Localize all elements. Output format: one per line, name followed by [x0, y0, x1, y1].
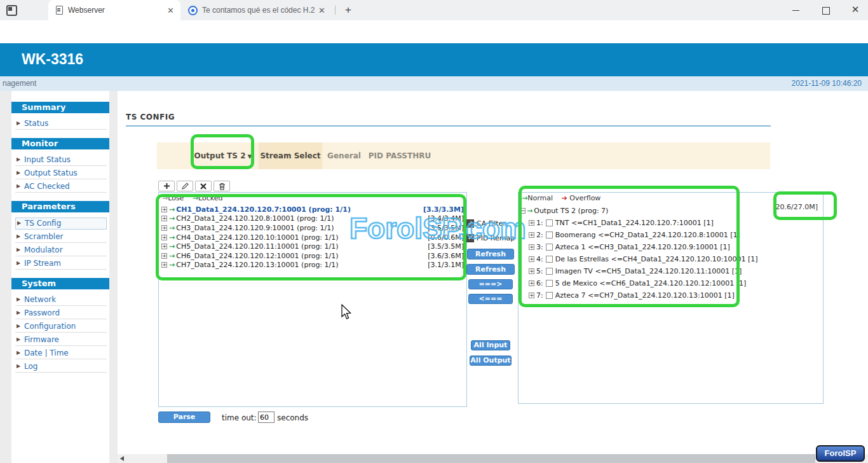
program-checkbox[interactable] [546, 280, 553, 287]
new-tab-button[interactable]: + [341, 3, 356, 18]
device-name: WK-3316 [22, 51, 83, 68]
device-header: WK-3316 [0, 43, 868, 76]
window-minimize-button[interactable] [783, 0, 808, 20]
channel-name[interactable]: CH4_Data1_224.120.120.10:10001 (prog: 1/… [176, 233, 338, 242]
locked-arrow-icon: → [169, 205, 175, 214]
expand-icon[interactable] [161, 216, 167, 221]
expand-icon[interactable] [161, 207, 167, 212]
expand-icon[interactable] [161, 225, 167, 231]
lose-arrow-icon: → [162, 194, 168, 202]
expand-icon[interactable] [529, 220, 534, 226]
tab-close-icon[interactable]: ✕ [315, 6, 332, 15]
output-program-row: 6: 5 de Mexico <=CH6_Data1_224.120.120.1… [529, 277, 821, 289]
expand-icon[interactable] [161, 235, 167, 240]
program-label[interactable]: Boomerang <=CH2_Data1_224.120.120.8:1000… [555, 231, 740, 239]
tab-title: Te contamos qué es el códec H.2 [202, 6, 315, 15]
delete-button[interactable] [195, 181, 212, 191]
parse-program-button[interactable]: Parse program [158, 411, 210, 423]
output-program-row: 7: Azteca 7 <=CH7_Data1_224.120.120.13:1… [529, 289, 821, 301]
program-checkbox[interactable] [546, 256, 553, 263]
locked-arrow-icon: → [193, 194, 198, 202]
normal-arrow-icon: → [527, 207, 532, 215]
window-close-button[interactable]: ✕ [843, 0, 868, 20]
program-label[interactable]: 5 de Mexico <=CH6_Data1_224.120.120.12:1… [555, 279, 747, 287]
collapse-icon[interactable] [520, 208, 526, 214]
program-index: 1: [536, 219, 543, 227]
expand-icon[interactable] [161, 253, 167, 259]
channel-name[interactable]: CH3_Data1_224.120.120.9:10001 (prog: 1/1… [176, 224, 334, 232]
screen: Webserver ✕ Te contamos qué es el códec … [0, 0, 868, 463]
program-checkbox[interactable] [546, 292, 553, 299]
tab-stream-select[interactable]: Stream Select [259, 142, 322, 169]
scrollbar-thumb[interactable] [167, 454, 815, 463]
expand-icon[interactable] [529, 232, 534, 238]
input-streams-panel: →Lose →Locked → CH1_Data1_224.120.120.7:… [158, 192, 467, 407]
program-label[interactable]: TNT <=CH1_Data1_224.120.120.7:10001 [1] [555, 219, 714, 227]
breadcrumb: nagement [3, 79, 36, 88]
scroll-left-arrow-icon[interactable] [120, 456, 124, 461]
move-to-output-button[interactable]: ===> [468, 279, 513, 289]
expand-icon[interactable] [529, 293, 534, 298]
tab-output-ts-selector[interactable]: Output TS 2▼ [187, 142, 259, 169]
output-ts-root-node: → Output TS 2 (prog: 7) [520, 205, 608, 216]
browser-tab-codec-article[interactable]: Te contamos qué es el códec H.2 ✕ [184, 0, 332, 20]
expand-icon[interactable] [529, 280, 534, 286]
timeout-input[interactable] [258, 411, 275, 423]
tab-pid-passthru[interactable]: PID PASSTHRU [365, 142, 435, 169]
expand-icon[interactable] [529, 256, 534, 262]
output-total-bitrate: [20.6/27.0M] [773, 203, 818, 211]
output-streams-panel: →Normal ➔ Overflow [20.6/27.0M] → Output… [518, 192, 824, 404]
channel-bitrate: [0.6/0.6M] [428, 233, 464, 242]
move-to-input-button[interactable]: <=== [468, 294, 513, 304]
program-label[interactable]: Azteca 7 <=CH7_Data1_224.120.120.13:1000… [555, 291, 735, 300]
trash-button[interactable] [214, 181, 230, 191]
x-icon [200, 183, 207, 190]
channel-bitrate: [3.1/3.1M] [428, 261, 464, 269]
channel-name[interactable]: CH1_Data1_224.120.120.7:10001 (prog: 1/1… [176, 205, 351, 214]
program-checkbox[interactable] [546, 219, 553, 226]
tab-title: Webserver [68, 6, 163, 15]
browser-tab-webserver[interactable]: Webserver ✕ [48, 0, 180, 20]
ca-filter-checkbox[interactable] [466, 219, 474, 228]
add-button[interactable] [158, 181, 175, 191]
refresh-input-button[interactable]: Refresh Input [467, 249, 514, 259]
all-output-button[interactable]: All Output [470, 356, 512, 366]
device-subheader: nagement 2021-11-09 10:46:20 [0, 76, 868, 91]
expand-icon[interactable] [529, 268, 534, 274]
program-label[interactable]: Azteca 1 <=CH3_Data1_224.120.120.9:10001… [555, 243, 730, 251]
horizontal-scrollbar[interactable] [118, 454, 868, 463]
channel-name[interactable]: CH7_Data1_224.120.120.13:10001 (prog: 1/… [176, 261, 338, 269]
tab-divider [335, 6, 336, 15]
locked-arrow-icon: → [169, 261, 175, 269]
program-index: 4: [536, 255, 543, 263]
program-checkbox[interactable] [546, 244, 553, 251]
channel-name[interactable]: CH2_Data1_224.120.120.8:10001 (prog: 1/1… [176, 214, 334, 223]
output-program-row: 2: Boomerang <=CH2_Data1_224.120.120.8:1… [529, 229, 821, 241]
tab-actions-menu-icon[interactable] [6, 5, 17, 16]
channel-name[interactable]: CH6_Data1_224.120.120.12:10001 (prog: 1/… [176, 252, 338, 260]
program-checkbox[interactable] [546, 232, 553, 238]
channel-name[interactable]: CH5_Data1_224.120.120.11:10001 (prog: 1/… [176, 242, 338, 251]
input-legend: →Lose →Locked [162, 194, 229, 202]
refresh-output-button[interactable]: Refresh Output [466, 264, 515, 275]
main-content: TS CONFIG Output TS 2▼ Stream Select Gen… [0, 91, 868, 454]
output-program-row: 3: Azteca 1 <=CH3_Data1_224.120.120.9:10… [529, 241, 821, 253]
output-ts-label[interactable]: Output TS 2 (prog: 7) [534, 207, 608, 215]
timeout-label: time out: [222, 413, 257, 422]
output-program-row: 4: De las Estrellas <=CH4_Data1_224.120.… [529, 253, 821, 265]
program-index: 2: [536, 231, 543, 239]
program-label[interactable]: Imagen TV <=CH5_Data1_224.120.120.11:100… [555, 267, 742, 275]
input-channel-row: → CH2_Data1_224.120.120.8:10001 (prog: 1… [159, 214, 466, 224]
program-checkbox[interactable] [546, 268, 553, 275]
expand-icon[interactable] [529, 244, 534, 250]
tab-general[interactable]: General [323, 142, 365, 169]
program-label[interactable]: De las Estrellas <=CH4_Data1_224.120.120… [555, 255, 758, 263]
expand-icon[interactable] [161, 262, 167, 268]
all-input-button[interactable]: All Input [471, 340, 510, 350]
edit-button[interactable] [177, 181, 193, 191]
pid-remap-checkbox[interactable] [466, 234, 474, 242]
document-favicon-icon [56, 6, 63, 15]
tab-close-icon[interactable]: ✕ [163, 6, 180, 15]
window-maximize-button[interactable] [813, 0, 839, 20]
expand-icon[interactable] [161, 244, 167, 249]
